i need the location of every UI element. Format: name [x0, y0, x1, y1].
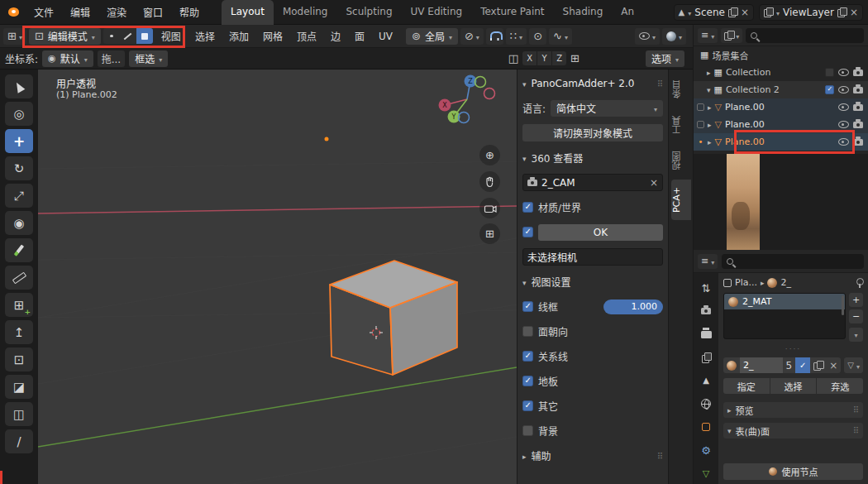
background-checkbox[interactable] — [522, 425, 533, 436]
menu-edit[interactable]: 编辑 — [63, 2, 98, 22]
hide-eye-icon[interactable] — [838, 86, 849, 93]
material-name-field[interactable]: 2_ — [740, 357, 783, 373]
properties-search[interactable] — [722, 254, 864, 269]
tool-bevel[interactable]: ◪ — [5, 375, 33, 399]
camera-view-button[interactable] — [479, 198, 500, 218]
mode-dropdown[interactable]: ⊡ 编辑模式 — [29, 28, 101, 45]
snap-base-icon[interactable]: ⊞ — [570, 53, 579, 64]
scrollbar[interactable] — [842, 295, 844, 315]
outliner-row-plane-1[interactable]: ▽ Plane.00 — [694, 98, 868, 116]
coord-system-dropdown[interactable]: ◉ 默认 — [42, 50, 93, 67]
render-camera-icon[interactable] — [853, 69, 863, 76]
users-count-chip[interactable]: 5 — [783, 357, 796, 373]
render-camera-icon[interactable] — [853, 104, 863, 111]
ntab-pca[interactable]: PCA+ — [671, 180, 691, 220]
menu-face[interactable]: 面 — [349, 29, 370, 43]
wireframe-checkbox[interactable] — [522, 301, 533, 312]
tab-output[interactable] — [695, 326, 717, 343]
menu-uv[interactable]: UV — [373, 31, 398, 42]
tool-loop-cut[interactable]: ◫ — [5, 402, 33, 426]
options-dropdown[interactable]: 选项 — [646, 50, 684, 67]
mirror-z-toggle[interactable]: Z — [552, 51, 566, 65]
mirror-icon[interactable]: ◫ — [508, 53, 518, 64]
new-viewlayer-icon[interactable] — [837, 7, 847, 17]
outliner-row-collection2[interactable]: ▦ Collection 2 — [694, 81, 868, 98]
preview-panel-header[interactable]: 预览 — [723, 402, 863, 418]
remove-slot-button[interactable]: − — [849, 309, 863, 323]
render-camera-icon[interactable] — [853, 87, 863, 93]
tab-sculpting[interactable]: Sculpting — [336, 0, 401, 25]
relation-lines-checkbox[interactable] — [522, 351, 533, 362]
fake-user-shield-button[interactable] — [795, 357, 810, 373]
deselect-button[interactable]: 弃选 — [817, 378, 863, 394]
display-mode-button[interactable] — [721, 28, 742, 43]
search-input[interactable] — [761, 30, 859, 41]
tab-layout[interactable]: Layout — [222, 0, 274, 25]
copy-material-button[interactable] — [810, 357, 826, 373]
new-scene-icon[interactable] — [728, 7, 737, 17]
viewlayer-selector[interactable]: ViewLayer × — [759, 4, 863, 21]
tool-add-cube[interactable]: ⊞+ — [5, 293, 33, 317]
box-select-dropdown[interactable]: 框选 — [129, 50, 168, 67]
hide-eye-icon[interactable] — [838, 103, 849, 111]
menu-render[interactable]: 渲染 — [99, 2, 134, 22]
mirror-y-toggle[interactable]: Y — [537, 51, 551, 65]
select-button[interactable]: 选择 — [770, 378, 817, 394]
tool-annotate[interactable] — [5, 238, 33, 262]
aux-section-header[interactable]: 辅助 — [522, 447, 663, 464]
unlink-material-button[interactable]: × — [826, 357, 841, 373]
wireframe-value-slider[interactable]: 1.000 — [603, 300, 663, 314]
hide-eye-icon[interactable] — [838, 69, 849, 76]
face-select-toggle[interactable] — [136, 28, 153, 44]
face-orientation-checkbox[interactable] — [522, 326, 533, 337]
hide-eye-icon[interactable] — [838, 138, 849, 146]
zoom-button[interactable]: ⊕ — [479, 145, 500, 165]
menu-file[interactable]: 文件 — [26, 2, 61, 22]
ortho-grid-button[interactable]: ⊞ — [479, 223, 500, 244]
proportional-edit-button[interactable]: ⊙ — [529, 28, 546, 45]
tab-animation-truncated[interactable]: An — [612, 0, 643, 25]
render-camera-icon[interactable] — [853, 139, 863, 146]
show-gizmo-button[interactable] — [635, 28, 660, 45]
surface-panel-header[interactable]: 表(曲)面 — [723, 423, 863, 438]
edge-select-toggle[interactable] — [120, 28, 136, 44]
tool-scale[interactable]: ⤢ — [5, 184, 33, 208]
breadcrumb-material[interactable]: 2_ — [780, 277, 791, 288]
scene-selector[interactable]: ▲ Scene × — [674, 4, 754, 21]
menu-vertex[interactable]: 顶点 — [291, 29, 322, 43]
search-input[interactable] — [737, 256, 859, 266]
viewer-section-header[interactable]: 360 查看器 — [522, 149, 663, 166]
outliner-search[interactable] — [746, 28, 864, 43]
material-world-checkbox[interactable] — [522, 202, 533, 213]
tool-3d-cursor[interactable]: ◎ — [5, 102, 33, 126]
mirror-x-toggle[interactable]: X — [522, 51, 537, 65]
tab-scene[interactable]: ▲ — [695, 372, 717, 389]
outliner-row-plane-2[interactable]: ▽ Plane.00 — [694, 116, 868, 133]
blender-logo-icon[interactable] — [5, 6, 21, 19]
outliner-row-plane-active[interactable]: • ▽ Plane.00 — [694, 133, 868, 151]
tab-tool[interactable]: ⇅ — [695, 280, 717, 296]
close-icon[interactable]: × — [850, 7, 858, 18]
editor-type-button[interactable]: ⊞ — [3, 28, 26, 45]
shading-dropdown[interactable] — [662, 28, 686, 45]
material-slot-list[interactable]: 2_MAT — [723, 293, 846, 339]
menu-edge[interactable]: 边 — [325, 29, 346, 43]
others-checkbox[interactable] — [522, 400, 533, 411]
tool-move[interactable]: + — [5, 129, 33, 153]
tool-measure[interactable] — [5, 266, 33, 290]
falloff-button[interactable]: ∿ — [549, 28, 572, 45]
viewport-3d[interactable]: Z X Y 用户透视 (1) Plane.002 ⊕ ⊞ — [38, 69, 517, 484]
ntab-item[interactable]: 条目 — [671, 73, 691, 106]
menu-add[interactable]: 添加 — [223, 29, 255, 43]
breadcrumb-object[interactable]: Pla... — [735, 277, 757, 288]
tab-object[interactable] — [695, 419, 717, 435]
ntab-tool[interactable]: 工具 — [671, 108, 691, 141]
tab-world[interactable] — [695, 395, 717, 412]
tool-knife[interactable]: ∕ — [5, 429, 33, 453]
tab-shading[interactable]: Shading — [554, 0, 613, 25]
npanel-header[interactable]: PanoCamAdder+ 2.0 — [522, 74, 663, 92]
ok-button[interactable]: OK — [538, 224, 663, 241]
assign-button[interactable]: 指定 — [723, 378, 770, 394]
add-slot-button[interactable]: + — [849, 293, 863, 307]
vertex-select-toggle[interactable] — [103, 28, 120, 44]
